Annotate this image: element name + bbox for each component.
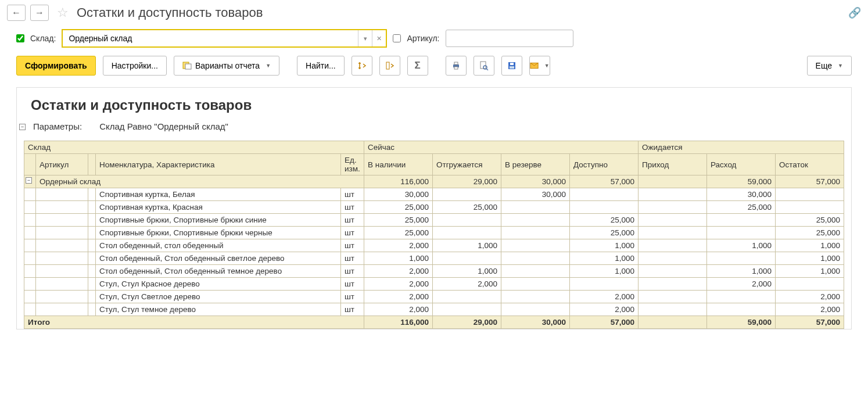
cell-outgoing: 30,000 bbox=[707, 188, 776, 201]
run-report-button[interactable]: Сформировать bbox=[16, 56, 96, 76]
group-toggle-cell[interactable]: − bbox=[24, 175, 36, 188]
cell-reserved bbox=[501, 291, 570, 303]
cell-article bbox=[36, 252, 88, 265]
settings-button[interactable]: Настройки... bbox=[103, 56, 167, 76]
cell-available: 25,000 bbox=[570, 214, 639, 227]
table-row[interactable]: Стул, Стул темное деревошт2,0002,0002,00… bbox=[24, 303, 844, 316]
cell-reserved bbox=[501, 252, 570, 265]
table-row[interactable]: Стол обеденный, Стол обеденный светлое д… bbox=[24, 252, 844, 265]
cell-available: 1,000 bbox=[570, 252, 639, 265]
total-in_stock: 116,000 bbox=[364, 316, 433, 329]
warehouse-clear-icon[interactable]: ✕ bbox=[372, 30, 386, 46]
permalink-icon[interactable]: 🔗 bbox=[848, 6, 861, 19]
cell-incoming bbox=[639, 265, 707, 278]
cell-available: 2,000 bbox=[570, 303, 639, 316]
cell-unit: шт bbox=[341, 201, 364, 214]
cell-unit: шт bbox=[341, 227, 364, 239]
svg-line-8 bbox=[486, 69, 488, 70]
cell-balance: 2,000 bbox=[776, 291, 844, 303]
table-row[interactable]: Спортивные брюки, Спортивные брюки черны… bbox=[24, 227, 844, 239]
find-button[interactable]: Найти... bbox=[297, 56, 345, 76]
report-title: Остатки и доступность товаров bbox=[24, 95, 851, 119]
warehouse-filter-label: Склад: bbox=[30, 34, 56, 43]
table-row[interactable]: Стул, Стул Светлое деревошт2,0002,0002,0… bbox=[24, 291, 844, 303]
preview-button[interactable] bbox=[474, 56, 494, 76]
cell-in_stock: 2,000 bbox=[364, 239, 433, 252]
total-shipping: 29,000 bbox=[433, 316, 501, 329]
preview-icon bbox=[479, 61, 489, 70]
group-in_stock: 116,000 bbox=[364, 175, 433, 188]
cell-shipping bbox=[433, 291, 501, 303]
back-button[interactable]: ← bbox=[7, 5, 26, 21]
cell-reserved bbox=[501, 265, 570, 278]
cell-nomen: Стол обеденный, Стол обеденный темное де… bbox=[96, 265, 341, 278]
article-input[interactable] bbox=[446, 30, 573, 47]
cell-shipping bbox=[433, 214, 501, 227]
cell-balance: 1,000 bbox=[776, 239, 844, 252]
favorite-star-icon[interactable]: ☆ bbox=[57, 5, 69, 20]
print-button[interactable] bbox=[446, 56, 467, 76]
cell-nomen: Стол обеденный, Стол обеденный светлое д… bbox=[96, 252, 341, 265]
table-row[interactable]: Спортивная куртка, Белаяшт30,00030,00030… bbox=[24, 188, 844, 201]
collapse-icon bbox=[385, 61, 394, 70]
cell-balance bbox=[776, 201, 844, 214]
col-available: Доступно bbox=[570, 154, 639, 175]
cell-incoming bbox=[639, 188, 707, 201]
variants-icon bbox=[182, 61, 192, 70]
cell-outgoing bbox=[707, 303, 776, 316]
warehouse-combo[interactable]: ▾ ✕ bbox=[62, 29, 387, 48]
group-incoming bbox=[639, 175, 707, 188]
sum-button[interactable]: Σ bbox=[407, 56, 428, 76]
email-button[interactable]: ▼ bbox=[529, 56, 550, 76]
print-icon bbox=[451, 61, 461, 70]
warehouse-filter-checkbox[interactable] bbox=[16, 34, 24, 42]
svg-rect-5 bbox=[454, 67, 458, 69]
col-unit: Ед. изм. bbox=[341, 154, 364, 175]
total-reserved: 30,000 bbox=[501, 316, 570, 329]
cell-outgoing bbox=[707, 214, 776, 227]
cell-in_stock: 25,000 bbox=[364, 227, 433, 239]
cell-available: 25,000 bbox=[570, 227, 639, 239]
cell-nomen: Спортивные брюки, Спортивные брюки черны… bbox=[96, 227, 341, 239]
cell-article bbox=[36, 201, 88, 214]
cell-shipping bbox=[433, 188, 501, 201]
cell-article bbox=[36, 227, 88, 239]
cell-incoming bbox=[639, 227, 707, 239]
group-reserved: 30,000 bbox=[501, 175, 570, 188]
cell-incoming bbox=[639, 214, 707, 227]
cell-outgoing: 2,000 bbox=[707, 278, 776, 291]
cell-outgoing bbox=[707, 252, 776, 265]
cell-outgoing bbox=[707, 291, 776, 303]
cell-in_stock: 25,000 bbox=[364, 214, 433, 227]
group-balance: 57,000 bbox=[776, 175, 844, 188]
cell-nomen: Спортивная куртка, Красная bbox=[96, 201, 341, 214]
cell-nomen: Стул, Стул темное дерево bbox=[96, 303, 341, 316]
warehouse-input[interactable] bbox=[63, 30, 358, 46]
table-row[interactable]: Стул, Стул Красное деревошт2,0002,0002,0… bbox=[24, 278, 844, 291]
table-row[interactable]: Спортивная куртка, Краснаяшт25,00025,000… bbox=[24, 201, 844, 214]
table-row[interactable]: Стол обеденный, Стол обеденный темное де… bbox=[24, 265, 844, 278]
report-variants-button[interactable]: Варианты отчета▼ bbox=[174, 56, 279, 76]
cell-shipping: 1,000 bbox=[433, 239, 501, 252]
table-row[interactable]: Спортивные брюки, Спортивные брюки синие… bbox=[24, 214, 844, 227]
save-button[interactable] bbox=[501, 56, 522, 76]
table-row[interactable]: Стол обеденный, стол обеденныйшт2,0001,0… bbox=[24, 239, 844, 252]
cell-balance: 25,000 bbox=[776, 214, 844, 227]
warehouse-dropdown-icon[interactable]: ▾ bbox=[358, 30, 372, 46]
expand-all-button[interactable] bbox=[351, 56, 372, 76]
report-table: Склад Сейчас Ожидается Артикул Номенклат… bbox=[24, 141, 844, 329]
cell-reserved bbox=[501, 227, 570, 239]
cell-nomen: Стул, Стул Красное дерево bbox=[96, 278, 341, 291]
cell-available bbox=[570, 188, 639, 201]
article-filter-checkbox[interactable] bbox=[393, 34, 401, 42]
cell-incoming bbox=[639, 291, 707, 303]
cell-incoming bbox=[639, 252, 707, 265]
collapse-all-button[interactable] bbox=[379, 56, 400, 76]
forward-button[interactable]: → bbox=[30, 5, 49, 21]
group-collapse-toggle[interactable]: − bbox=[26, 177, 32, 184]
cell-available bbox=[570, 201, 639, 214]
cell-balance: 2,000 bbox=[776, 303, 844, 316]
params-collapse-toggle[interactable]: − bbox=[19, 124, 26, 130]
group-row[interactable]: −Ордерный склад116,00029,00030,00057,000… bbox=[24, 175, 844, 188]
more-button[interactable]: Еще▼ bbox=[807, 56, 852, 76]
